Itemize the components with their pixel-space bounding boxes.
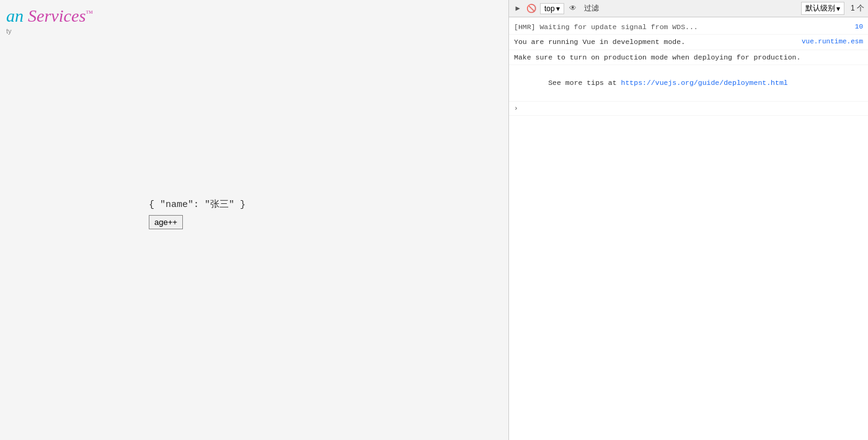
logo-subtitle: ty: [6, 27, 93, 35]
play-icon[interactable]: ▶: [513, 4, 523, 14]
hmr-source-link[interactable]: 10: [855, 22, 863, 32]
logo-area: an Services™ ty: [0, 6, 99, 35]
filter-label: 过滤: [584, 3, 599, 14]
console-line-vue3: See more tips at https://vuejs.org/guide…: [509, 65, 868, 102]
devtools-panel: ▶ 🚫 top ▾ 👁 过滤 默认级别 ▾ 1 个 [HMR] Waiting …: [508, 0, 868, 440]
app-panel: an Services™ ty { "name": "张三" } age++: [0, 0, 508, 440]
console-line-hmr: [HMR] Waiting for update signal from WDS…: [509, 20, 868, 35]
devtools-toolbar: ▶ 🚫 top ▾ 👁 过滤 默认级别 ▾ 1 个: [509, 0, 868, 17]
log-count: 1 个: [851, 3, 864, 14]
top-context-chevron-icon: ▾: [556, 4, 560, 13]
collapse-arrow-icon[interactable]: ›: [514, 103, 518, 114]
data-display: { "name": "张三" }: [149, 198, 246, 210]
log-level-label: 默认级别: [805, 3, 835, 14]
vue1-text: You are running Vue in development mode.: [514, 37, 797, 47]
hmr-text: [HMR] Waiting for update signal from WDS…: [514, 22, 850, 32]
log-level-chevron-icon: ▾: [836, 4, 840, 13]
console-line-vue2: Make sure to turn on production mode whe…: [509, 50, 868, 65]
console-collapse-row[interactable]: ›: [509, 102, 868, 117]
block-icon[interactable]: 🚫: [526, 4, 536, 14]
eye-icon[interactable]: 👁: [568, 4, 578, 14]
app-content: { "name": "张三" } age++: [149, 198, 246, 229]
top-context-label: top: [544, 4, 555, 13]
logo-services: Services: [24, 6, 86, 25]
logo: an Services™: [6, 6, 93, 26]
console-output[interactable]: [HMR] Waiting for update signal from WDS…: [509, 17, 868, 440]
log-level-dropdown[interactable]: 默认级别 ▾: [801, 2, 844, 15]
top-context-dropdown[interactable]: top ▾: [540, 3, 564, 14]
console-line-vue1: You are running Vue in development mode.…: [509, 35, 868, 50]
vue2-text: Make sure to turn on production mode whe…: [514, 52, 863, 63]
vue3-text: See more tips at https://vuejs.org/guide…: [514, 67, 863, 99]
logo-an: an: [6, 6, 24, 25]
deployment-guide-link[interactable]: https://vuejs.org/guide/deployment.html: [621, 79, 788, 87]
age-button[interactable]: age++: [149, 215, 183, 229]
vue1-source-link[interactable]: vue.runtime.esm: [802, 37, 863, 47]
logo-trademark: ™: [86, 9, 93, 17]
